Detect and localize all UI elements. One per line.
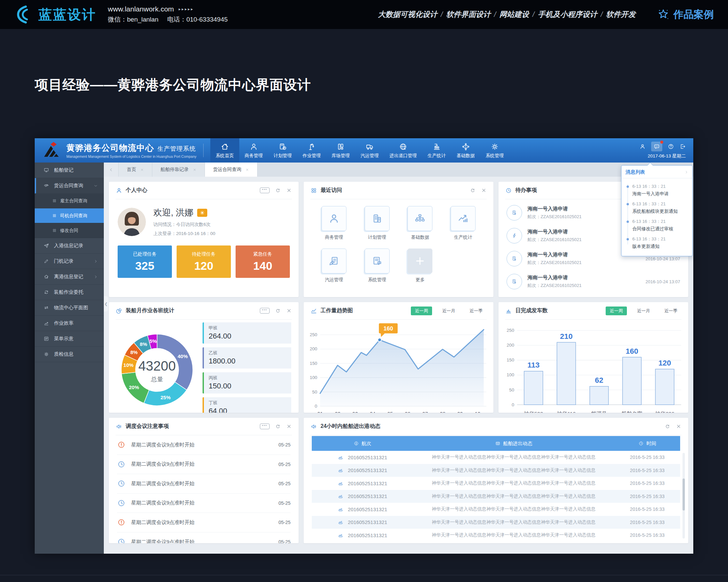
recent-item-计划管理[interactable]: 计划管理 (356, 206, 399, 241)
sidebar-item[interactable]: 菜单示意 (35, 331, 104, 347)
refresh-icon[interactable] (275, 308, 281, 313)
stat-tile-待处理任务[interactable]: 待处理任务120 (177, 246, 231, 278)
sidebar-subitem[interactable]: 司机合同查询 (35, 208, 104, 223)
donut-slice[interactable] (144, 382, 187, 405)
nav-item-truck[interactable]: 汽运管理 (355, 138, 384, 162)
refresh-icon[interactable] (275, 424, 281, 429)
message-item[interactable]: 6-13 16：33：21系统船舶模块更新通知 (622, 199, 688, 217)
stat-tile-紧急任务[interactable]: 紧急任务140 (236, 246, 290, 278)
service-link[interactable]: 网站建设 (499, 9, 529, 20)
user-icon[interactable] (639, 143, 646, 150)
service-link[interactable]: 软件开发 (606, 9, 636, 20)
website-link[interactable]: www.lanlanwork.com (108, 5, 174, 13)
plus-icon (414, 255, 426, 267)
nav-item-warehouse[interactable]: 库场管理 (326, 138, 355, 162)
nav-item-crane[interactable]: 作业管理 (297, 138, 326, 162)
meeting-item[interactable]: 星期二调度会议9点准时开始05-25 (117, 532, 290, 543)
help-icon[interactable] (668, 143, 674, 150)
sidebar-subitem[interactable]: 修改合同 (35, 223, 104, 238)
chevron-right-icon[interactable] (684, 170, 688, 174)
period-button-近一周[interactable]: 近一周 (606, 306, 627, 315)
bar-神华508[interactable] (524, 371, 543, 405)
sidebar-subitem[interactable]: 雇主合同查询 (35, 194, 104, 208)
table-row[interactable]: 20160525131321神华天津一号进入动态信息神华天津一号进入动态信息神华… (312, 464, 680, 477)
nav-item-user[interactable]: 商务管理 (239, 138, 268, 162)
message-item[interactable]: 6-13 16：33：21版本更新通知 (622, 234, 688, 252)
service-link[interactable]: 大数据可视化设计 (378, 9, 438, 20)
refresh-icon[interactable] (470, 187, 475, 193)
table-row[interactable]: 20160525131321神华天津一号进入动态信息神华天津一号进入动态信息神华… (312, 477, 680, 490)
sidebar-item[interactable]: 装船作业委托 (35, 285, 104, 300)
todo-item[interactable]: 海南一号入港申请船次：ZZASE201610250212016-10-24 13… (506, 270, 680, 293)
recent-item-汽运管理[interactable]: 汽运管理 (312, 249, 356, 283)
table-row[interactable]: 20160525131321神华天津一号进入动态信息神华天津一号进入动态信息神华… (312, 490, 680, 503)
sidebar-item[interactable]: 离港信息登记 (35, 269, 104, 285)
tab-close-icon[interactable] (193, 168, 197, 172)
recent-item-生产统计[interactable]: 生产统计 (442, 206, 485, 241)
sidebar-item[interactable]: 作业效率 (35, 315, 104, 331)
tab-船舶停靠记录[interactable]: 船舶停靠记录 (152, 162, 205, 177)
sidebar-item[interactable]: 入港信息记录 (35, 238, 104, 254)
sidebar-item[interactable]: 船舶登记 (35, 162, 104, 178)
sidebar-item[interactable]: 门机记录 (35, 254, 104, 269)
message-item[interactable]: 6-13 16：33：21海南一号入港申请 (622, 182, 688, 199)
recent-item-商务管理[interactable]: 商务管理 (312, 206, 356, 241)
service-link[interactable]: 软件界面设计 (446, 9, 491, 20)
period-button-近一月[interactable]: 近一月 (633, 306, 654, 315)
period-button-近一月[interactable]: 近一月 (438, 306, 459, 315)
bar-神华116[interactable] (557, 342, 576, 405)
close-icon[interactable] (676, 424, 681, 429)
period-button-近一季[interactable]: 近一季 (660, 306, 681, 315)
close-icon[interactable] (286, 424, 292, 429)
sidebar-item[interactable]: 质检信息 (35, 347, 104, 362)
table-row[interactable]: 20160525131321神华天津一号进入动态信息神华天津一号进入动态信息神华… (312, 529, 680, 542)
stat-tile-已处理任务[interactable]: 已处理任务325 (118, 246, 172, 278)
bar-船舶名字[interactable] (623, 357, 641, 405)
service-link[interactable]: 手机及小程序设计 (538, 9, 597, 20)
portfolio-link[interactable]: 作品案例 (657, 8, 714, 22)
nav-item-gate[interactable]: 进出道口管理 (384, 138, 422, 162)
nav-item-stats[interactable]: 生产统计 (422, 138, 451, 162)
data-point-marker[interactable] (378, 338, 382, 342)
tab-back-button[interactable] (104, 162, 119, 177)
more-options-button[interactable]: ••• (260, 308, 270, 313)
nav-item-planner[interactable]: 计划管理 (268, 138, 297, 162)
sidebar-item[interactable]: 物流中心平面图 (35, 300, 104, 315)
more-options-button[interactable]: ••• (260, 424, 270, 429)
refresh-icon[interactable] (275, 187, 281, 193)
bar-能源号[interactable] (590, 386, 609, 405)
close-icon[interactable] (481, 187, 487, 193)
tab-首页[interactable]: 首页 (119, 162, 152, 177)
period-button-近一周[interactable]: 近一周 (411, 306, 432, 315)
message-item[interactable]: 6-13 16：33：21合同修改已通过审核 (622, 217, 688, 234)
nav-item-gear[interactable]: 系统管理 (480, 138, 509, 162)
logout-icon[interactable] (679, 143, 686, 150)
tab-close-icon[interactable] (140, 168, 144, 172)
recent-item-基础数据[interactable]: 基础数据 (399, 206, 442, 241)
meeting-item[interactable]: 星期二调度会议9点准时开始05-25 (117, 474, 290, 494)
nav-item-datanet[interactable]: 基础数据 (451, 138, 480, 162)
sidebar-collapse-handle[interactable]: ❮ (104, 296, 108, 311)
nav-item-home[interactable]: 系统首页 (210, 138, 239, 162)
refresh-icon[interactable] (665, 424, 670, 429)
table-row[interactable]: 20160525131321神华天津一号进入动态信息神华天津一号进入动态信息神华… (312, 503, 680, 516)
more-options-button[interactable]: ••• (260, 187, 270, 193)
messages-icon[interactable] (651, 142, 662, 151)
table-row[interactable]: 20160525131321神华天津一号进入动态信息神华天津一号进入动态信息神华… (312, 451, 680, 464)
recent-item-系统管理[interactable]: 系统管理 (356, 249, 399, 283)
meeting-item[interactable]: 星期二调度会议9点准时开始05-25 (117, 494, 290, 513)
table-row[interactable]: 20160525131321神华天津一号进入动态信息神华天津一号进入动态信息神华… (312, 516, 680, 529)
tab-货运合同查询[interactable]: 货运合同查询 (205, 162, 258, 177)
bar-神华806[interactable] (655, 369, 674, 405)
sidebar-item[interactable]: 货运合同查询 (35, 178, 104, 194)
meeting-item[interactable]: 星期二调度会议9点准时开始05-25 (117, 435, 290, 455)
period-button-近一季[interactable]: 近一季 (465, 306, 487, 315)
close-icon[interactable] (286, 308, 292, 313)
recent-item-更多[interactable]: 更多 (399, 249, 442, 283)
tab-close-icon[interactable] (245, 168, 249, 172)
close-icon[interactable] (286, 187, 292, 193)
meeting-item[interactable]: 星期二调度会议9点准时开始05-25 (117, 513, 290, 532)
meeting-item[interactable]: 星期二调度会议9点准时开始05-25 (117, 455, 290, 475)
site-logo[interactable]: 蓝蓝设计 (14, 5, 96, 24)
scrollbar-thumb[interactable] (682, 479, 685, 510)
